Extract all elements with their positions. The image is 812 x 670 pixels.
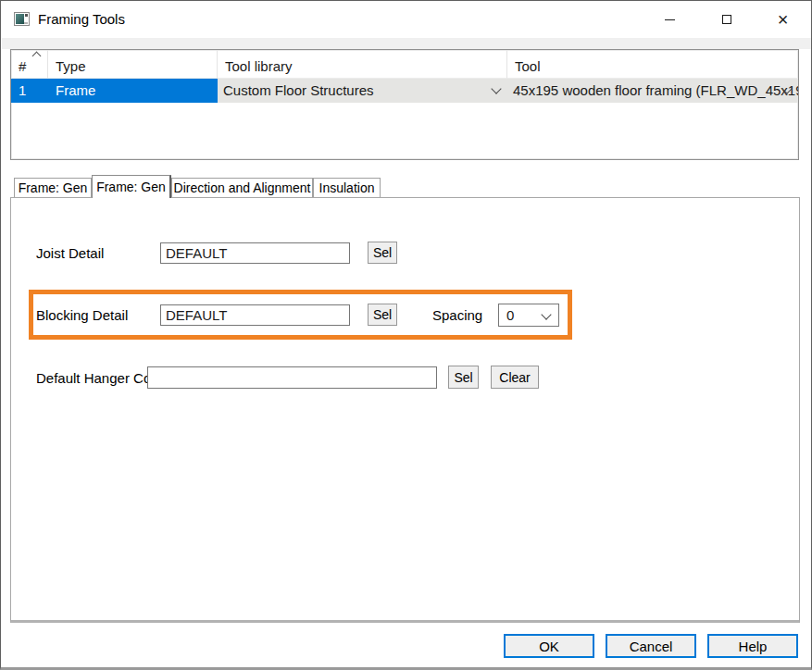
tab-content-panel: [10, 197, 800, 623]
minimize-icon: [665, 19, 675, 20]
tab-direction-and-alignment[interactable]: Direction and Alignment: [171, 178, 313, 197]
minimize-button[interactable]: [642, 1, 698, 38]
chevron-down-icon: [491, 83, 501, 93]
tab-frame-gen-2[interactable]: Frame: Gen: [92, 175, 171, 198]
default-hanger-code-field[interactable]: [147, 366, 437, 389]
cancel-button[interactable]: Cancel: [606, 634, 696, 658]
ok-button[interactable]: OK: [504, 634, 594, 658]
tab-insulation[interactable]: Insulation: [313, 178, 381, 197]
column-header-tool[interactable]: Tool: [507, 50, 798, 79]
tool-dropdown[interactable]: 45x195 wooden floor framing (FLR_WD_45x1…: [507, 79, 798, 103]
row-number-cell[interactable]: 1: [11, 79, 48, 103]
spacing-dropdown[interactable]: 0: [498, 304, 559, 327]
maximize-button[interactable]: [698, 1, 755, 38]
app-icon: [14, 12, 30, 26]
tool-value: 45x195 wooden floor framing (FLR_WD_45x1…: [513, 82, 798, 98]
joist-detail-sel-button[interactable]: Sel: [368, 242, 397, 264]
hanger-code-sel-button[interactable]: Sel: [448, 366, 479, 389]
row-type-cell[interactable]: Frame: [48, 79, 218, 103]
tool-library-dropdown[interactable]: Custom Floor Structures: [218, 79, 507, 103]
tool-library-value: Custom Floor Structures: [223, 82, 374, 98]
blocking-detail-sel-button[interactable]: Sel: [368, 304, 397, 326]
joist-detail-label: Joist Detail: [36, 245, 104, 261]
app-icon-dash: [24, 22, 28, 24]
title-bar: Framing Tools ×: [1, 1, 811, 38]
close-icon: ×: [778, 10, 789, 29]
tab-frame-gen-1[interactable]: Frame: Gen: [14, 178, 92, 197]
spacing-value: 0: [506, 307, 514, 323]
hanger-code-clear-button[interactable]: Clear: [491, 366, 539, 389]
close-button[interactable]: ×: [755, 1, 811, 38]
column-header-tool-library[interactable]: Tool library: [218, 50, 507, 79]
joist-detail-field[interactable]: [160, 242, 350, 264]
app-icon-dash: [25, 14, 28, 17]
chevron-down-icon: [541, 309, 551, 319]
column-header-number[interactable]: #: [11, 50, 48, 79]
help-button[interactable]: Help: [707, 634, 798, 658]
table-row[interactable]: 1 Frame Custom Floor Structures 45x195 w…: [11, 79, 798, 103]
framing-tools-dialog: Framing Tools × # Type Tool library Tool…: [0, 0, 812, 670]
maximize-icon: [722, 15, 731, 24]
column-header-number-label: #: [19, 58, 26, 74]
sort-ascending-icon: [32, 52, 42, 61]
column-header-type[interactable]: Type: [48, 50, 218, 79]
app-icon-teal-square: [16, 14, 24, 24]
blocking-detail-field[interactable]: [160, 304, 350, 326]
titlebar-divider-strip: [2, 38, 812, 49]
tool-list-table: # Type Tool library Tool 1 Frame Custom …: [10, 49, 799, 160]
blocking-detail-label: Blocking Detail: [36, 307, 128, 323]
window-title: Framing Tools: [38, 1, 125, 38]
spacing-label: Spacing: [432, 307, 482, 323]
table-header-row: # Type Tool library Tool: [11, 50, 798, 79]
